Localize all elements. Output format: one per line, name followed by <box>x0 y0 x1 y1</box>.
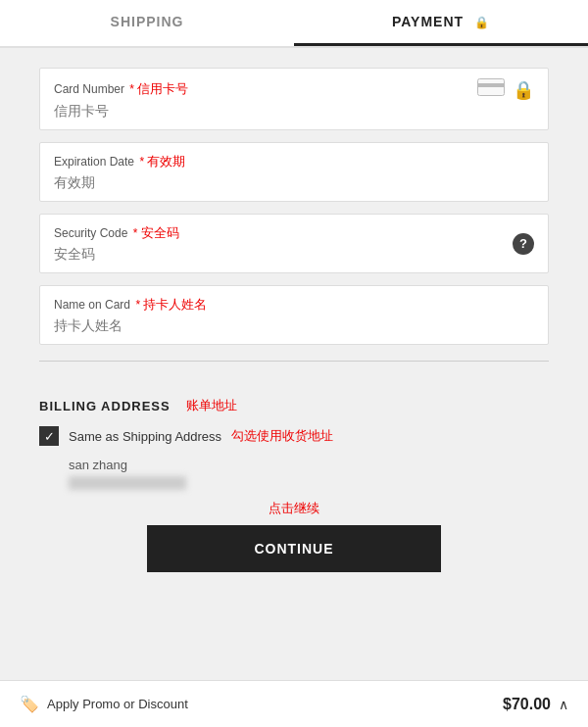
card-number-icons: 🔒 <box>477 78 534 101</box>
security-hint: 安全码 <box>141 225 179 240</box>
expiration-date-input[interactable] <box>54 174 534 190</box>
tab-bar: SHIPPING PAYMENT 🔒 <box>0 0 588 48</box>
name-on-card-input[interactable] <box>54 317 534 333</box>
card-number-required: * <box>126 82 134 96</box>
address-preview: san zhang <box>39 458 549 490</box>
chevron-up-icon[interactable]: ∧ <box>559 697 568 712</box>
security-code-input[interactable] <box>54 246 503 262</box>
promo-discount-button[interactable]: 🏷️ Apply Promo or Discount <box>20 695 188 713</box>
billing-section: BILLING ADDRESS 账单地址 ✓ Same as Shipping … <box>0 397 588 490</box>
card-number-input[interactable] <box>54 103 534 119</box>
name-on-card-group: Name on Card * 持卡人姓名 <box>39 285 549 345</box>
section-divider <box>39 361 549 362</box>
promo-label: Apply Promo or Discount <box>47 697 188 711</box>
expiration-hint: 有效期 <box>147 154 185 169</box>
lock-icon: 🔒 <box>474 16 490 29</box>
tab-payment[interactable]: PAYMENT 🔒 <box>294 0 588 46</box>
name-on-card-label: Name on Card * 持卡人姓名 <box>54 296 534 314</box>
continue-section: 点击继续 CONTINUE <box>0 490 588 592</box>
card-number-group: Card Number * 信用卡号 🔒 <box>39 68 549 130</box>
same-address-hint: 勾选使用收货地址 <box>231 427 333 445</box>
card-number-label: Card Number * 信用卡号 <box>54 80 188 98</box>
address-blurred-text <box>69 476 186 490</box>
card-number-hint: 信用卡号 <box>137 81 188 96</box>
checkmark-icon: ✓ <box>44 429 55 444</box>
expiration-date-group: Expiration Date * 有效期 <box>39 142 549 202</box>
address-name: san zhang <box>69 458 549 472</box>
card-lock-icon: 🔒 <box>513 79 534 101</box>
tab-shipping[interactable]: SHIPPING <box>0 0 294 46</box>
continue-button[interactable]: CONTINUE <box>147 525 441 572</box>
security-code-group: Security Code * 安全码 ? <box>39 214 549 273</box>
expiration-date-label: Expiration Date * 有效期 <box>54 153 534 170</box>
name-hint: 持卡人姓名 <box>143 297 207 312</box>
tab-payment-label: PAYMENT <box>392 14 464 29</box>
same-address-label: Same as Shipping Address <box>69 429 221 444</box>
same-address-checkbox[interactable]: ✓ <box>39 426 59 446</box>
expiration-required: * <box>136 155 144 169</box>
security-code-row: Security Code * 安全码 ? <box>54 224 534 263</box>
security-code-label: Security Code * 安全码 <box>54 224 503 242</box>
price-amount: $70.00 <box>503 696 551 713</box>
credit-card-icon <box>477 78 505 101</box>
continue-hint: 点击继续 <box>269 500 319 517</box>
svg-rect-1 <box>477 83 505 87</box>
security-code-left: Security Code * 安全码 <box>54 224 503 263</box>
security-code-help-button[interactable]: ? <box>513 233 534 255</box>
same-address-row: ✓ Same as Shipping Address 勾选使用收货地址 <box>39 426 549 446</box>
price-section: $70.00 ∧ <box>503 696 568 713</box>
bottom-bar: 🏷️ Apply Promo or Discount $70.00 ∧ <box>0 680 588 727</box>
promo-icon: 🏷️ <box>20 695 39 713</box>
security-required: * <box>129 226 137 240</box>
card-number-left: Card Number * 信用卡号 <box>54 80 188 100</box>
card-number-row: Card Number * 信用卡号 🔒 <box>54 78 534 101</box>
billing-title-row: BILLING ADDRESS 账单地址 <box>39 397 549 414</box>
name-required: * <box>132 298 140 312</box>
tab-shipping-label: SHIPPING <box>111 14 184 29</box>
billing-title: BILLING ADDRESS <box>39 399 171 413</box>
payment-form: Card Number * 信用卡号 🔒 Expiration Date * 有… <box>0 48 588 397</box>
billing-hint: 账单地址 <box>186 397 237 414</box>
